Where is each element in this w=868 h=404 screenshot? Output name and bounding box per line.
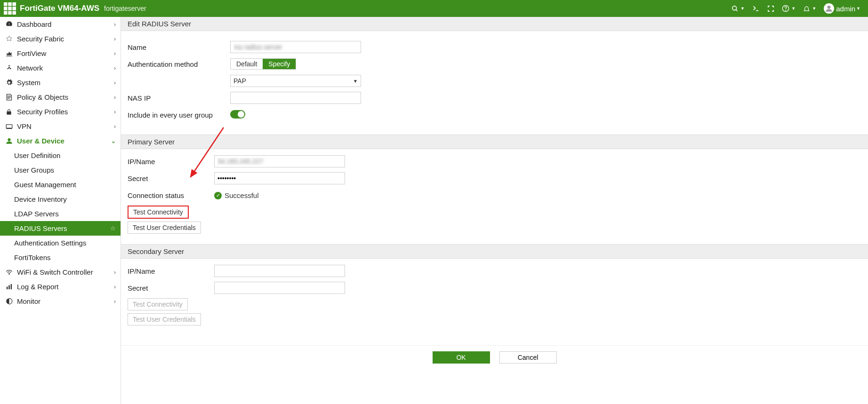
svg-rect-1 bbox=[8, 2, 12, 6]
name-label: Name bbox=[128, 43, 230, 51]
include-group-toggle[interactable] bbox=[230, 110, 245, 119]
svg-rect-15 bbox=[7, 111, 11, 114]
auth-method-specify[interactable]: Specify bbox=[263, 59, 296, 69]
svg-rect-22 bbox=[10, 284, 12, 289]
chevron-right-icon: › bbox=[114, 79, 116, 86]
svg-rect-8 bbox=[12, 11, 16, 15]
subnav-user-definition[interactable]: User Definition bbox=[0, 148, 121, 163]
subnav-user-groups[interactable]: User Groups bbox=[0, 163, 121, 177]
subnav-ldap-servers[interactable]: LDAP Servers bbox=[0, 206, 121, 221]
nav-wifi-switch[interactable]: WiFi & Switch Controller › bbox=[0, 265, 121, 279]
footer-buttons: OK Cancel bbox=[121, 345, 868, 369]
auth-method-default[interactable]: Default bbox=[231, 59, 263, 69]
avatar-icon bbox=[824, 3, 834, 14]
svg-point-18 bbox=[8, 138, 10, 141]
connection-status-value: ✓ Successful bbox=[214, 191, 259, 199]
name-input[interactable] bbox=[230, 41, 361, 53]
auth-protocol-value: PAP bbox=[233, 77, 246, 85]
svg-rect-5 bbox=[12, 7, 16, 10]
nav-security-fabric[interactable]: Security Fabric › bbox=[0, 32, 121, 46]
check-icon: ✓ bbox=[214, 192, 222, 199]
subnav-fortitokens[interactable]: FortiTokens bbox=[0, 250, 121, 265]
nav-system[interactable]: System › bbox=[0, 75, 121, 90]
nas-ip-label: NAS IP bbox=[128, 94, 230, 102]
subnav-auth-settings[interactable]: Authentication Settings bbox=[0, 236, 121, 250]
sidebar: Dashboard › Security Fabric › FortiView … bbox=[0, 17, 121, 404]
subnav-guest-management[interactable]: Guest Management bbox=[0, 177, 121, 192]
test-connectivity-button[interactable]: Test Connectivity bbox=[128, 206, 189, 219]
caret-down-icon: ▼ bbox=[353, 79, 358, 84]
secondary-test-connectivity-button[interactable]: Test Connectivity bbox=[128, 298, 188, 310]
hostname: fortigateserver bbox=[104, 5, 146, 12]
nav-monitor[interactable]: Monitor › bbox=[0, 294, 121, 309]
notifications-icon[interactable]: ▼ bbox=[803, 5, 816, 13]
svg-rect-4 bbox=[8, 7, 12, 10]
nav-user-device[interactable]: User & Device ⌄ bbox=[0, 134, 121, 148]
primary-ip-input[interactable] bbox=[214, 155, 345, 167]
test-user-credentials-button[interactable]: Test User Credentials bbox=[128, 222, 201, 234]
star-icon[interactable]: ☆ bbox=[110, 225, 116, 232]
wifi-icon bbox=[5, 269, 13, 276]
primary-ip-label: IP/Name bbox=[128, 158, 214, 166]
ok-button[interactable]: OK bbox=[433, 351, 490, 364]
fortinet-logo-icon bbox=[4, 2, 16, 15]
svg-rect-7 bbox=[8, 11, 12, 15]
svg-point-14 bbox=[828, 6, 831, 9]
cli-icon[interactable] bbox=[752, 5, 760, 12]
svg-rect-6 bbox=[4, 11, 8, 15]
vpn-icon bbox=[5, 123, 13, 130]
subnav-radius-servers[interactable]: RADIUS Servers☆ bbox=[0, 221, 121, 236]
nav-fortiview[interactable]: FortiView › bbox=[0, 46, 121, 61]
svg-rect-0 bbox=[4, 2, 8, 6]
chevron-right-icon: › bbox=[114, 36, 116, 42]
primary-server-header: Primary Server bbox=[121, 135, 868, 149]
search-icon[interactable]: ▼ bbox=[731, 5, 745, 13]
lock-icon bbox=[5, 109, 13, 115]
svg-line-10 bbox=[736, 9, 737, 11]
chevron-down-icon: ⌄ bbox=[111, 138, 116, 144]
page-title: Edit RADIUS Server bbox=[121, 17, 868, 31]
secondary-test-user-credentials-button[interactable]: Test User Credentials bbox=[128, 313, 201, 325]
user-menu[interactable]: admin ▼ bbox=[824, 3, 860, 14]
main-content: Edit RADIUS Server Name Authentication m… bbox=[121, 17, 868, 404]
nav-vpn[interactable]: VPN › bbox=[0, 119, 121, 134]
svg-point-9 bbox=[732, 6, 737, 10]
subnav-device-inventory[interactable]: Device Inventory bbox=[0, 192, 121, 206]
nav-log-report[interactable]: Log & Report › bbox=[0, 279, 121, 294]
chevron-right-icon: › bbox=[114, 269, 116, 276]
chevron-right-icon: › bbox=[114, 109, 116, 115]
svg-rect-21 bbox=[8, 285, 10, 289]
primary-secret-input[interactable] bbox=[214, 172, 345, 184]
help-icon[interactable]: ▼ bbox=[782, 5, 796, 13]
chevron-right-icon: › bbox=[114, 94, 116, 101]
secondary-ip-input[interactable] bbox=[214, 265, 345, 277]
chevron-right-icon: › bbox=[114, 21, 116, 28]
secondary-secret-input[interactable] bbox=[214, 282, 345, 294]
connection-status-label: Connection status bbox=[128, 191, 214, 199]
fortiview-icon bbox=[5, 50, 13, 57]
svg-rect-3 bbox=[4, 7, 8, 10]
secondary-ip-label: IP/Name bbox=[128, 267, 214, 275]
primary-secret-label: Secret bbox=[128, 174, 214, 182]
nav-policy-objects[interactable]: Policy & Objects › bbox=[0, 90, 121, 104]
cancel-button[interactable]: Cancel bbox=[499, 351, 557, 364]
nav-network[interactable]: Network › bbox=[0, 61, 121, 75]
nav-security-profiles[interactable]: Security Profiles › bbox=[0, 104, 121, 119]
policy-objects-icon bbox=[5, 94, 13, 101]
chevron-right-icon: › bbox=[114, 65, 116, 71]
svg-rect-2 bbox=[12, 2, 16, 6]
auth-protocol-select[interactable]: PAP ▼ bbox=[230, 75, 361, 87]
auth-method-toggle: Default Specify bbox=[230, 58, 296, 70]
monitor-icon bbox=[5, 298, 13, 305]
svg-rect-20 bbox=[6, 287, 8, 290]
fullscreen-icon[interactable] bbox=[767, 5, 774, 12]
security-fabric-icon bbox=[5, 35, 13, 42]
svg-point-19 bbox=[8, 273, 9, 274]
svg-point-13 bbox=[786, 10, 786, 11]
auth-method-label: Authentication method bbox=[128, 60, 230, 68]
dashboard-icon bbox=[5, 21, 13, 28]
chevron-right-icon: › bbox=[114, 50, 116, 57]
nav-dashboard[interactable]: Dashboard › bbox=[0, 17, 121, 32]
chevron-right-icon: › bbox=[114, 123, 116, 130]
nas-ip-input[interactable] bbox=[230, 92, 361, 104]
